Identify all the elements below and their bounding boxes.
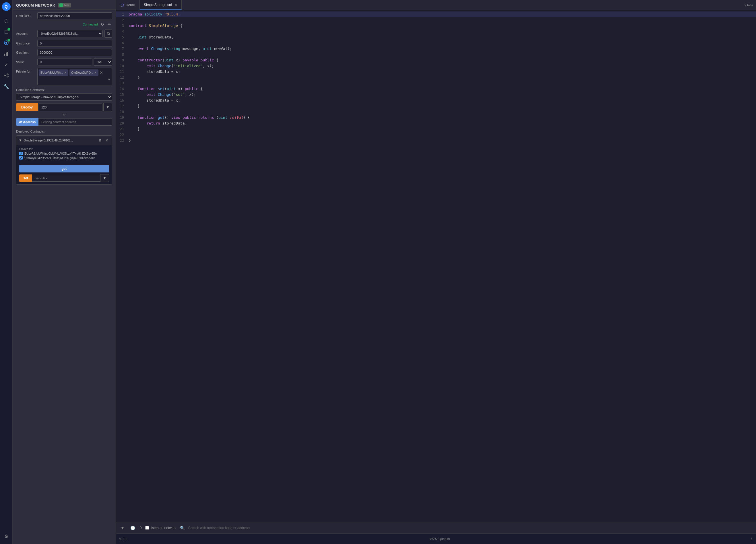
get-button[interactable]: get — [19, 165, 109, 173]
private-for-tag-2: QfeDAys9MPD... ✕ — [69, 69, 98, 76]
code-line-23: 23 } — [116, 138, 756, 144]
version-bar: v0.1.2 Quorum › — [116, 533, 756, 544]
code-line-19: 19 function get() view public returns (u… — [116, 115, 756, 121]
tab-bar: ⬡ Home SimpleStorage.sol ✕ 2 tabs — [116, 0, 756, 10]
code-line-22: 22 — [116, 132, 756, 138]
main-area: ⬡ Home SimpleStorage.sol ✕ 2 tabs 1 prag… — [116, 0, 756, 544]
deploy-button[interactable]: Deploy — [16, 103, 38, 111]
svg-rect-4 — [7, 52, 8, 56]
private-for-tag-1: BULeR8JyUWh... ✕ — [39, 69, 68, 76]
svg-rect-2 — [4, 54, 5, 56]
sidebar-item-chart[interactable] — [2, 49, 11, 58]
contract-address-text: SimpleStorage(0x1932c48b2bF8102... — [24, 139, 96, 142]
deploy-row: Deploy ▼ — [16, 103, 112, 111]
copy-account-button[interactable]: ⧉ — [104, 30, 112, 38]
sidebar-item-network[interactable] — [2, 38, 11, 47]
code-line-21: 21 } — [116, 126, 756, 132]
code-line-18: 18 — [116, 109, 756, 115]
code-line-16: 16 storedData = x; — [116, 98, 756, 103]
tag-text-1: BULeR8JyUWh... — [40, 71, 63, 74]
sidebar-item-tools[interactable]: 🔧 — [2, 82, 11, 91]
at-address-input[interactable] — [38, 118, 112, 126]
private-for-text-1: BULeR8JyUWhiuuCMU/HLA0Q5pzkYT+cHlI3ZKBey… — [24, 152, 98, 155]
bottom-expand-button[interactable]: ▼ — [119, 524, 126, 531]
compiled-contract-select[interactable]: SimpleStorage - browser/SimpleStorage.s — [16, 93, 112, 101]
code-line-2: 2 — [116, 17, 756, 23]
gas-limit-label: Gas limit — [16, 51, 36, 54]
expand-console-button[interactable]: › — [751, 537, 753, 541]
edit-connection-button[interactable]: ✏ — [107, 22, 112, 27]
transaction-count: 0 — [140, 526, 142, 530]
gas-price-input[interactable] — [37, 40, 112, 47]
svg-rect-10 — [59, 3, 63, 7]
svg-rect-3 — [6, 53, 7, 56]
svg-point-5 — [4, 75, 5, 76]
account-label: Account — [16, 32, 36, 35]
gas-price-label: Gas price — [16, 42, 36, 45]
left-panel: QUORUM NETWORK beta Geth RPC Connected ↻… — [13, 0, 116, 544]
code-line-7: 7 event Change(string message, uint newV… — [116, 46, 756, 52]
set-row: set ▼ — [19, 174, 109, 182]
remove-tag-1-button[interactable]: ✕ — [64, 71, 67, 75]
sidebar-item-checks[interactable]: ✓ — [2, 60, 11, 69]
tab-home[interactable]: ⬡ Home — [116, 0, 140, 10]
svg-point-6 — [7, 74, 8, 75]
sidebar-item-nodes[interactable] — [2, 71, 11, 80]
svg-point-1 — [5, 42, 7, 44]
set-input[interactable] — [32, 175, 100, 182]
simplestorage-tab-label: SimpleStorage.sol — [144, 3, 172, 7]
at-address-button[interactable]: At Address — [16, 118, 38, 126]
deployed-contract: ▼ SimpleStorage(0x1932c48b2bF8102... ⧉ ✕… — [16, 136, 112, 185]
deploy-expand-button[interactable]: ▼ — [103, 103, 112, 111]
geth-rpc-input[interactable] — [37, 12, 112, 19]
code-line-13: 13 — [116, 80, 756, 86]
code-line-17: 17 } — [116, 103, 756, 109]
close-tab-button[interactable]: ✕ — [175, 3, 177, 7]
version-text: v0.1.2 — [119, 537, 127, 541]
svg-text:Quorum: Quorum — [439, 537, 450, 541]
delete-contract-button[interactable]: ✕ — [104, 138, 110, 143]
private-for-tags: BULeR8JyUWh... ✕ QfeDAys9MPD... ✕ ✕ — [38, 68, 112, 77]
deploy-constructor-input[interactable] — [39, 104, 102, 111]
private-for-tags-container: BULeR8JyUWh... ✕ QfeDAys9MPD... ✕ ✕ ▼ — [37, 68, 112, 85]
deployed-private-for-section: Private for: BULeR8JyUWhiuuCMU/HLA0Q5pzk… — [16, 145, 112, 163]
refresh-connection-button[interactable]: ↻ — [100, 22, 105, 27]
value-input[interactable] — [37, 59, 92, 65]
private-for-item-2: QfeDAys9MPDs2XHExtc84jKGHxZg/aj52DTh0vtA… — [19, 156, 109, 160]
unit-select[interactable]: wei gwei ether — [94, 58, 112, 66]
geth-rpc-label: Geth RPC — [16, 14, 36, 18]
listen-label: listen on network — [151, 526, 177, 530]
home-tab-label: Home — [126, 3, 135, 7]
copy-contract-button[interactable]: ⧉ — [98, 138, 102, 143]
app-logo[interactable]: Q — [2, 2, 11, 11]
listen-row: listen on network — [145, 526, 177, 530]
set-expand-button[interactable]: ▼ — [100, 174, 109, 182]
contract-expand-button[interactable]: ▼ — [19, 138, 22, 142]
search-icon-button[interactable]: 🔍 — [180, 526, 185, 530]
account-select[interactable]: 0xed9d02e382b34818e8... — [37, 30, 103, 37]
deployed-contract-header: ▼ SimpleStorage(0x1932c48b2bF8102... ⧉ ✕ — [16, 136, 112, 145]
transaction-search-input[interactable] — [188, 526, 753, 530]
code-line-5: 5 uint storedData; — [116, 34, 756, 40]
bottom-timer-button[interactable]: 🕐 — [129, 524, 136, 531]
remove-tag-2-button[interactable]: ✕ — [94, 71, 97, 75]
svg-point-14 — [435, 538, 437, 540]
private-for-expand-button[interactable]: ▼ — [107, 78, 111, 82]
code-editor[interactable]: 1 pragma solidity ^0.5.4; 2 3 contract S… — [116, 10, 756, 522]
listen-checkbox[interactable] — [145, 526, 149, 530]
private-for-checkbox-2[interactable] — [19, 156, 23, 160]
code-line-9: 9 constructor(uint x) payable public { — [116, 57, 756, 63]
tab-simplestorage[interactable]: SimpleStorage.sol ✕ — [140, 0, 182, 10]
sidebar-item-home[interactable]: ⬡ — [2, 16, 11, 26]
code-line-11: 11 storedData = x; — [116, 69, 756, 75]
code-line-14: 14 function set(uint x) public { — [116, 86, 756, 92]
bottom-bar: ▼ 🕐 0 listen on network 🔍 — [116, 522, 756, 533]
sidebar-item-settings[interactable]: ⚙ — [2, 532, 11, 541]
svg-line-8 — [5, 74, 7, 76]
add-private-for-button[interactable]: ✕ — [100, 69, 103, 76]
set-button[interactable]: set — [19, 175, 32, 182]
connection-status-row: Connected ↻ ✏ — [16, 22, 112, 27]
gas-limit-input[interactable] — [37, 49, 112, 56]
sidebar-item-files[interactable]: ❐ — [2, 27, 11, 36]
private-for-checkbox-1[interactable] — [19, 152, 23, 155]
